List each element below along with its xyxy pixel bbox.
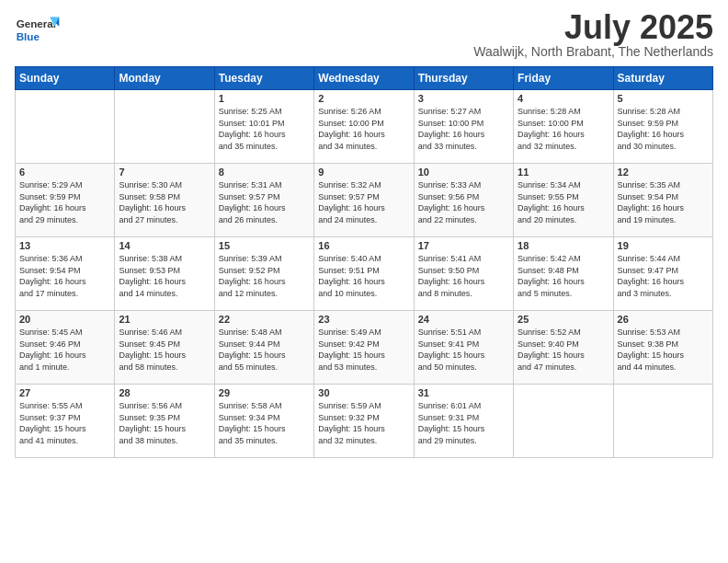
cell-w2-d7: 12Sunrise: 5:35 AM Sunset: 9:54 PM Dayli… [613, 164, 712, 237]
svg-text:Blue: Blue [17, 30, 40, 42]
cell-w4-d3: 22Sunrise: 5:48 AM Sunset: 9:44 PM Dayli… [214, 311, 313, 385]
cell-w1-d3: 1Sunrise: 5:25 AM Sunset: 10:01 PM Dayli… [214, 90, 313, 164]
day-info: Sunrise: 5:33 AM Sunset: 9:56 PM Dayligh… [418, 179, 509, 225]
day-number: 20 [19, 314, 110, 325]
day-info: Sunrise: 5:29 AM Sunset: 9:59 PM Dayligh… [19, 179, 110, 225]
day-number: 3 [418, 93, 509, 104]
calendar-header-row: Sunday Monday Tuesday Wednesday Thursday… [16, 67, 713, 90]
cell-w2-d1: 6Sunrise: 5:29 AM Sunset: 9:59 PM Daylig… [16, 164, 115, 237]
day-info: Sunrise: 5:46 AM Sunset: 9:45 PM Dayligh… [119, 327, 210, 373]
svg-text:General: General [17, 17, 56, 29]
day-number: 12 [618, 167, 709, 178]
day-number: 13 [19, 240, 110, 251]
cell-w1-d4: 2Sunrise: 5:26 AM Sunset: 10:00 PM Dayli… [314, 90, 414, 164]
cell-w3-d5: 17Sunrise: 5:41 AM Sunset: 9:50 PM Dayli… [414, 237, 513, 311]
logo-icon: General Blue [15, 11, 61, 48]
cell-w4-d1: 20Sunrise: 5:45 AM Sunset: 9:46 PM Dayli… [16, 311, 115, 385]
location: Waalwijk, North Brabant, The Netherlands [473, 44, 713, 59]
cell-w4-d5: 24Sunrise: 5:51 AM Sunset: 9:41 PM Dayli… [414, 311, 513, 385]
week-row-5: 27Sunrise: 5:55 AM Sunset: 9:37 PM Dayli… [16, 385, 713, 458]
day-number: 17 [418, 240, 509, 251]
day-info: Sunrise: 5:27 AM Sunset: 10:00 PM Daylig… [418, 106, 509, 152]
day-number: 18 [518, 240, 609, 251]
logo: General Blue [15, 11, 61, 48]
col-thursday: Thursday [414, 67, 513, 90]
day-number: 9 [318, 167, 409, 178]
cell-w3-d3: 15Sunrise: 5:39 AM Sunset: 9:52 PM Dayli… [214, 237, 313, 311]
day-info: Sunrise: 5:31 AM Sunset: 9:57 PM Dayligh… [219, 179, 310, 225]
header: General Blue July 2025 Waalwijk, North B… [15, 11, 713, 59]
day-info: Sunrise: 5:59 AM Sunset: 9:32 PM Dayligh… [318, 400, 409, 446]
col-friday: Friday [514, 67, 613, 90]
day-number: 25 [518, 314, 609, 325]
week-row-4: 20Sunrise: 5:45 AM Sunset: 9:46 PM Dayli… [16, 311, 713, 385]
cell-w1-d6: 4Sunrise: 5:28 AM Sunset: 10:00 PM Dayli… [514, 90, 613, 164]
day-info: Sunrise: 5:26 AM Sunset: 10:00 PM Daylig… [318, 106, 409, 152]
day-info: Sunrise: 5:34 AM Sunset: 9:55 PM Dayligh… [518, 179, 609, 225]
cell-w2-d6: 11Sunrise: 5:34 AM Sunset: 9:55 PM Dayli… [514, 164, 613, 237]
day-number: 16 [318, 240, 409, 251]
day-info: Sunrise: 5:42 AM Sunset: 9:48 PM Dayligh… [518, 253, 609, 299]
day-number: 21 [119, 314, 210, 325]
day-number: 14 [119, 240, 210, 251]
page: General Blue July 2025 Waalwijk, North B… [0, 0, 728, 465]
cell-w2-d3: 8Sunrise: 5:31 AM Sunset: 9:57 PM Daylig… [214, 164, 313, 237]
col-wednesday: Wednesday [314, 67, 414, 90]
day-number: 1 [219, 93, 310, 104]
day-number: 5 [618, 93, 709, 104]
day-info: Sunrise: 5:51 AM Sunset: 9:41 PM Dayligh… [418, 327, 509, 373]
cell-w3-d4: 16Sunrise: 5:40 AM Sunset: 9:51 PM Dayli… [314, 237, 414, 311]
cell-w1-d2 [115, 90, 214, 164]
day-info: Sunrise: 5:28 AM Sunset: 9:59 PM Dayligh… [618, 106, 709, 152]
day-info: Sunrise: 5:44 AM Sunset: 9:47 PM Dayligh… [618, 253, 709, 299]
title-area: July 2025 Waalwijk, North Brabant, The N… [473, 11, 713, 59]
day-info: Sunrise: 5:40 AM Sunset: 9:51 PM Dayligh… [318, 253, 409, 299]
cell-w5-d4: 30Sunrise: 5:59 AM Sunset: 9:32 PM Dayli… [314, 385, 414, 458]
day-number: 10 [418, 167, 509, 178]
cell-w4-d7: 26Sunrise: 5:53 AM Sunset: 9:38 PM Dayli… [613, 311, 712, 385]
day-info: Sunrise: 5:55 AM Sunset: 9:37 PM Dayligh… [19, 400, 110, 446]
day-info: Sunrise: 5:53 AM Sunset: 9:38 PM Dayligh… [618, 327, 709, 373]
col-saturday: Saturday [613, 67, 712, 90]
week-row-3: 13Sunrise: 5:36 AM Sunset: 9:54 PM Dayli… [16, 237, 713, 311]
day-info: Sunrise: 5:49 AM Sunset: 9:42 PM Dayligh… [318, 327, 409, 373]
cell-w3-d2: 14Sunrise: 5:38 AM Sunset: 9:53 PM Dayli… [115, 237, 214, 311]
cell-w5-d3: 29Sunrise: 5:58 AM Sunset: 9:34 PM Dayli… [214, 385, 313, 458]
day-info: Sunrise: 5:38 AM Sunset: 9:53 PM Dayligh… [119, 253, 210, 299]
cell-w4-d6: 25Sunrise: 5:52 AM Sunset: 9:40 PM Dayli… [514, 311, 613, 385]
day-number: 7 [119, 167, 210, 178]
day-info: Sunrise: 5:41 AM Sunset: 9:50 PM Dayligh… [418, 253, 509, 299]
day-number: 22 [219, 314, 310, 325]
cell-w3-d6: 18Sunrise: 5:42 AM Sunset: 9:48 PM Dayli… [514, 237, 613, 311]
cell-w5-d6 [514, 385, 613, 458]
week-row-2: 6Sunrise: 5:29 AM Sunset: 9:59 PM Daylig… [16, 164, 713, 237]
day-number: 31 [418, 387, 509, 398]
cell-w5-d7 [613, 385, 712, 458]
calendar-table: Sunday Monday Tuesday Wednesday Thursday… [15, 66, 713, 458]
day-info: Sunrise: 5:32 AM Sunset: 9:57 PM Dayligh… [318, 179, 409, 225]
day-number: 15 [219, 240, 310, 251]
day-info: Sunrise: 5:25 AM Sunset: 10:01 PM Daylig… [219, 106, 310, 152]
cell-w2-d2: 7Sunrise: 5:30 AM Sunset: 9:58 PM Daylig… [115, 164, 214, 237]
day-number: 27 [19, 387, 110, 398]
day-number: 23 [318, 314, 409, 325]
day-info: Sunrise: 5:45 AM Sunset: 9:46 PM Dayligh… [19, 327, 110, 373]
week-row-1: 1Sunrise: 5:25 AM Sunset: 10:01 PM Dayli… [16, 90, 713, 164]
cell-w1-d1 [16, 90, 115, 164]
day-number: 26 [618, 314, 709, 325]
day-info: Sunrise: 5:36 AM Sunset: 9:54 PM Dayligh… [19, 253, 110, 299]
day-number: 4 [518, 93, 609, 104]
cell-w5-d1: 27Sunrise: 5:55 AM Sunset: 9:37 PM Dayli… [16, 385, 115, 458]
cell-w4-d4: 23Sunrise: 5:49 AM Sunset: 9:42 PM Dayli… [314, 311, 414, 385]
cell-w5-d5: 31Sunrise: 6:01 AM Sunset: 9:31 PM Dayli… [414, 385, 513, 458]
day-info: Sunrise: 5:48 AM Sunset: 9:44 PM Dayligh… [219, 327, 310, 373]
day-number: 30 [318, 387, 409, 398]
cell-w4-d2: 21Sunrise: 5:46 AM Sunset: 9:45 PM Dayli… [115, 311, 214, 385]
day-number: 8 [219, 167, 310, 178]
day-number: 29 [219, 387, 310, 398]
col-sunday: Sunday [16, 67, 115, 90]
month-title: July 2025 [473, 11, 713, 44]
day-info: Sunrise: 5:39 AM Sunset: 9:52 PM Dayligh… [219, 253, 310, 299]
col-tuesday: Tuesday [214, 67, 313, 90]
cell-w2-d5: 10Sunrise: 5:33 AM Sunset: 9:56 PM Dayli… [414, 164, 513, 237]
